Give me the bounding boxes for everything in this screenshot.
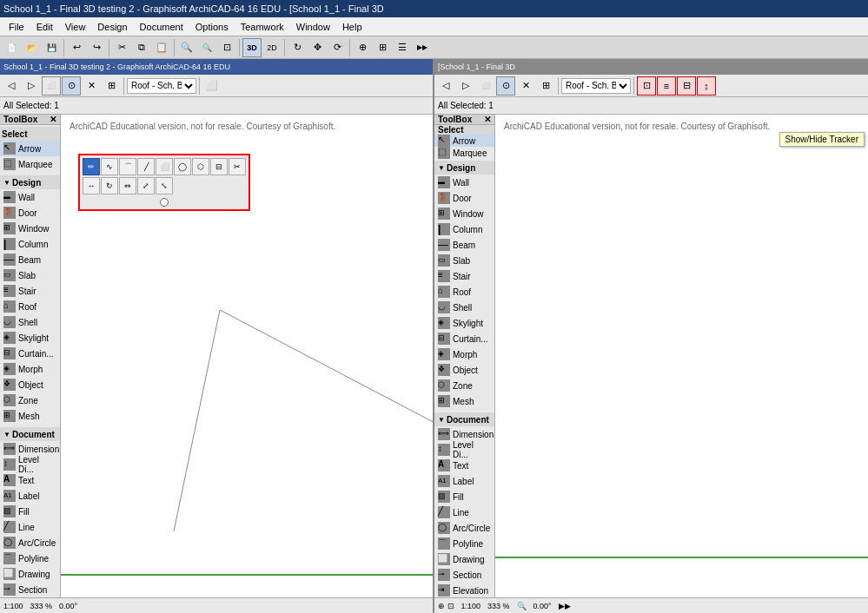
right-tb-del[interactable]: ✕ (516, 76, 535, 96)
right-tb-link[interactable]: ⊞ (536, 76, 555, 96)
float-btn-rotate2[interactable]: ↻ (101, 177, 118, 194)
toolbox-object[interactable]: Object (0, 377, 60, 392)
right-toolbox-header[interactable]: ToolBox ✕ (434, 115, 494, 125)
left-tb-3d-active[interactable]: ⊙ (62, 76, 81, 96)
toolbox-label[interactable]: Label (0, 488, 60, 504)
float-btn-poly[interactable]: ⬡ (192, 158, 209, 175)
tb-undo[interactable]: ↩ (67, 38, 86, 57)
float-btn-scale[interactable]: ⤢ (137, 177, 155, 194)
r-toolbox-beam[interactable]: Beam (434, 237, 494, 253)
tb-rotate[interactable]: ↻ (288, 38, 307, 57)
right-tb-tracker-btn1[interactable]: ⊡ (637, 76, 656, 96)
toolbox-roof[interactable]: Roof (0, 299, 60, 314)
tb-zoom-in[interactable]: 🔍 (177, 38, 196, 57)
float-btn-mirror[interactable]: ⇔ (119, 177, 136, 194)
toolbox-header[interactable]: ToolBox ✕ (0, 115, 60, 125)
r-toolbox-stair[interactable]: Stair (434, 268, 494, 284)
right-tb-next[interactable]: ▷ (456, 76, 475, 96)
menu-view[interactable]: View (60, 20, 91, 34)
toolbox-skylight[interactable]: Skylight (0, 330, 60, 346)
right-toolbox-marquee[interactable]: Marquee (434, 147, 494, 159)
toolbox-zone[interactable]: Zone (0, 392, 60, 408)
tb-paste[interactable]: 📋 (152, 38, 171, 57)
r-toolbox-wall[interactable]: Wall (434, 175, 494, 190)
right-document-header[interactable]: ▼Document (434, 412, 494, 426)
float-btn-arc2[interactable]: ⌒ (119, 158, 136, 175)
toolbox-polyline[interactable]: Polyline (0, 550, 60, 566)
r-toolbox-label[interactable]: Label (434, 473, 494, 489)
right-roof-dropdown[interactable]: Roof - Sch. B (561, 78, 631, 94)
r-toolbox-fill[interactable]: Fill (434, 489, 494, 504)
right-tb-tracker-btn2[interactable]: ≡ (657, 76, 676, 96)
toolbox-close-icon[interactable]: ✕ (50, 115, 56, 124)
toolbox-door[interactable]: Door (0, 205, 60, 221)
menu-document[interactable]: Document (135, 20, 189, 34)
float-btn-curve[interactable]: ∿ (101, 158, 118, 175)
float-btn-trim[interactable]: ✂ (229, 158, 246, 175)
right-toolbox-arrow[interactable]: Arrow (434, 135, 494, 147)
left-tb-extra1[interactable]: ⬜ (202, 76, 222, 96)
tb-copy[interactable]: ⧉ (132, 38, 151, 57)
toolbox-column[interactable]: Column (0, 236, 60, 252)
toolbox-stair[interactable]: Stair (0, 283, 60, 299)
r-toolbox-arccircle[interactable]: Arc/Circle (434, 520, 494, 536)
toolbox-arccircle[interactable]: Arc/Circle (0, 535, 60, 550)
menu-design[interactable]: Design (92, 20, 132, 34)
r-toolbox-leveldi[interactable]: Level Di... (434, 442, 494, 458)
right-toolbox-close-icon[interactable]: ✕ (484, 115, 491, 124)
right-tb-3d[interactable]: ⊙ (496, 76, 515, 96)
float-btn-pencil[interactable]: ✏ (83, 158, 100, 175)
tb-zoom-out[interactable]: 🔍 (197, 38, 216, 57)
toolbox-design-header[interactable]: ▼Design (0, 175, 60, 189)
r-toolbox-elevation[interactable]: Elevation (434, 583, 494, 597)
r-toolbox-morph[interactable]: Morph (434, 346, 494, 362)
tb-fit-win[interactable]: ⊡ (217, 38, 236, 57)
tb-cut[interactable]: ✂ (112, 38, 131, 57)
roof-dropdown[interactable]: Roof - Sch. B (127, 78, 196, 94)
right-status-zoom-ctrl[interactable]: 🔍 (517, 602, 527, 610)
float-btn-line[interactable]: ╱ (137, 158, 155, 175)
toolbox-window[interactable]: Window (0, 221, 60, 236)
tb-pan[interactable]: ✥ (308, 38, 327, 57)
toolbox-text[interactable]: Text (0, 472, 60, 488)
toolbox-line[interactable]: Line (0, 519, 60, 535)
tb-more1[interactable]: ▶▶ (413, 38, 432, 57)
r-toolbox-column[interactable]: Column (434, 221, 494, 237)
r-toolbox-drawing[interactable]: Drawing (434, 551, 494, 567)
tb-3d-view[interactable]: 3D (242, 38, 262, 57)
left-tb-delete[interactable]: ✕ (82, 76, 101, 96)
right-tb-plan[interactable]: ⬜ (476, 76, 495, 96)
float-btn-rect[interactable]: ⬜ (156, 158, 173, 175)
r-toolbox-polyline[interactable]: Polyline (434, 536, 494, 551)
toolbox-leveldi[interactable]: Level Di... (0, 457, 60, 472)
right-tb-tracker-btn3[interactable]: ⊟ (677, 76, 696, 96)
r-toolbox-shell[interactable]: Shell (434, 300, 494, 315)
tb-grid[interactable]: ⊞ (373, 38, 392, 57)
r-toolbox-slab[interactable]: Slab (434, 253, 494, 268)
left-tb-floorplan[interactable]: ⬜ (42, 76, 61, 96)
r-toolbox-text[interactable]: Text (434, 458, 494, 473)
tb-redo[interactable]: ↪ (87, 38, 106, 57)
menu-teamwork[interactable]: Teamwork (235, 20, 289, 34)
tb-new[interactable]: 📄 (2, 38, 21, 57)
float-btn-circle[interactable]: ◯ (174, 158, 191, 175)
toolbox-shell[interactable]: Shell (0, 314, 60, 330)
float-btn-move[interactable]: ↔ (83, 177, 100, 194)
tb-floor-plan[interactable]: 2D (262, 38, 282, 57)
left-tb-next[interactable]: ▷ (22, 76, 41, 96)
left-canvas[interactable]: ArchiCAD Educational version, not for re… (61, 115, 433, 597)
r-toolbox-skylight[interactable]: Skylight (434, 315, 494, 331)
r-toolbox-door[interactable]: Door (434, 190, 494, 206)
r-toolbox-window[interactable]: Window (434, 206, 494, 221)
menu-edit[interactable]: Edit (31, 20, 58, 34)
r-toolbox-line[interactable]: Line (434, 504, 494, 520)
toolbox-document-header[interactable]: ▼Document (0, 427, 60, 441)
right-canvas[interactable]: ArchiCAD Educational version, not for re… (495, 115, 868, 597)
tb-save[interactable]: 💾 (42, 38, 61, 57)
toolbox-marquee[interactable]: Marquee (0, 156, 60, 172)
toolbox-beam[interactable]: Beam (0, 252, 60, 267)
toolbox-morph[interactable]: Morph (0, 361, 60, 377)
menu-file[interactable]: File (3, 20, 30, 34)
left-tb-prev[interactable]: ◁ (2, 76, 21, 96)
tb-open[interactable]: 📂 (22, 38, 41, 57)
